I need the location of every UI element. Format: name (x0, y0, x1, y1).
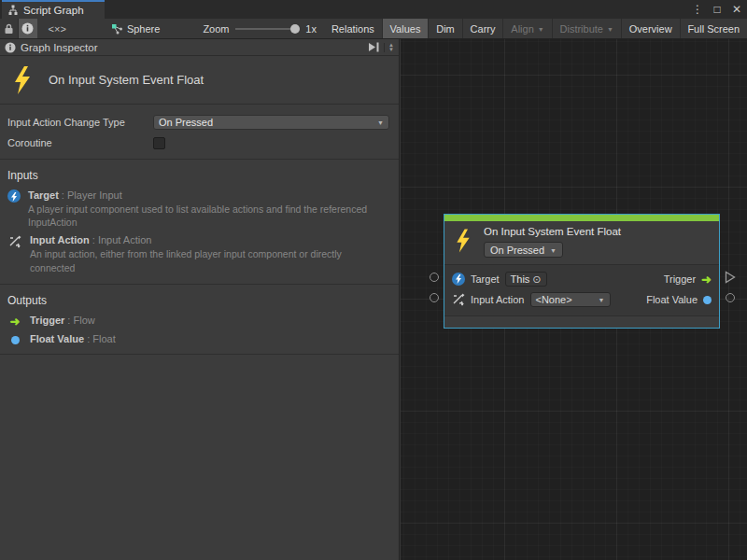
inspector-header: Graph Inspector ▲ ▼ (0, 39, 399, 56)
node-footer (444, 315, 719, 328)
float-dot-icon (703, 296, 712, 304)
toolbar-button-relations[interactable]: Relations (324, 19, 382, 38)
float-dot-icon (7, 333, 22, 344)
titlebar: Script Graph ⋮ □ ✕ (0, 0, 747, 19)
node-input-port-target[interactable] (430, 273, 439, 282)
lock-icon (4, 23, 14, 35)
info-icon (21, 22, 34, 35)
port-type: : Player Input (59, 189, 122, 201)
port-type: : Input Action (90, 234, 152, 245)
node-row-input-action: Input Action <None> ▼ Float Value (452, 289, 712, 310)
node-output-port-trigger[interactable] (725, 271, 736, 284)
script-graph-window: { "titlebar": { "tab_label": "Script Gra… (0, 0, 747, 560)
inspector-node-title: On Input System Event Float (49, 73, 204, 87)
player-input-icon (452, 273, 465, 286)
window-controls: ⋮ □ ✕ (691, 0, 743, 19)
window-menu-icon[interactable]: ⋮ (691, 0, 704, 19)
node-output-port-float-value[interactable] (726, 293, 735, 302)
graph-name-label: Sphere (127, 23, 160, 35)
scroll-spinner[interactable]: ▲ ▼ (384, 43, 394, 52)
change-type-dropdown[interactable]: On Pressed ▼ (153, 115, 389, 130)
node-input-port-input-action[interactable] (430, 293, 439, 302)
float-value-label: Float Value (646, 294, 698, 305)
input-port-target: Target : Player Input A player input com… (0, 188, 399, 232)
toolbar-button-dim[interactable]: Dim (429, 19, 462, 38)
toolbar-button-carry[interactable]: Carry (463, 19, 503, 38)
port-name: Input Action (30, 234, 90, 245)
inspector-header-title: Graph Inspector (21, 42, 97, 53)
coroutine-checkbox[interactable] (153, 137, 165, 149)
player-input-icon (7, 189, 21, 203)
spinner-down-icon[interactable]: ▼ (388, 48, 394, 52)
output-port-trigger: ➜ Trigger : Flow (0, 313, 399, 331)
toolbar-button-overview[interactable]: Overview (622, 19, 680, 38)
window-close-icon[interactable]: ✕ (730, 0, 743, 19)
inspector-toggle-button[interactable] (19, 19, 36, 38)
input-port-input-action: Input Action : Input Action An input act… (0, 232, 399, 277)
toolbar-button-values[interactable]: Values (383, 19, 429, 38)
zoom-label: Zoom (195, 19, 229, 38)
code-view-button[interactable]: <×> (49, 19, 66, 38)
node-header[interactable]: On Input System Event Float On Pressed ▼ (444, 221, 719, 265)
input-action-icon (7, 234, 22, 248)
outputs-heading: Outputs (0, 290, 399, 313)
caret-down-icon: ▼ (599, 296, 605, 303)
flow-arrow-icon: ➜ (701, 273, 712, 286)
window-maximize-icon[interactable]: □ (711, 0, 724, 19)
input-action-icon (452, 293, 465, 306)
on-input-system-event-float-node[interactable]: On Input System Event Float On Pressed ▼… (444, 214, 720, 329)
input-action-label: Input Action (471, 294, 525, 305)
node-summary: On Input System Event Float (0, 56, 399, 105)
script-graph-icon (7, 5, 19, 16)
graph-breadcrumb[interactable]: Sphere (104, 19, 167, 38)
lightning-icon (11, 65, 34, 95)
port-type: : Flow (64, 315, 94, 326)
output-port-float-value: Float Value : Float (0, 331, 399, 348)
divider (0, 284, 399, 285)
change-type-label: Input Action Change Type (7, 117, 153, 128)
divider (0, 354, 399, 355)
flow-arrow-icon: ➜ (7, 315, 22, 328)
tab-script-graph[interactable]: Script Graph (2, 0, 105, 19)
port-name: Trigger (30, 315, 64, 326)
dock-inspector-icon[interactable] (368, 42, 380, 52)
tab-label: Script Graph (23, 5, 84, 16)
node-title: On Input System Event Float (484, 226, 621, 237)
port-description: An input action, either from the linked … (30, 247, 385, 273)
graph-inspector-panel: Graph Inspector ▲ ▼ On Input System Even… (0, 39, 400, 560)
coroutine-label: Coroutine (7, 137, 153, 148)
toolbar-button-align[interactable]: Align ▼ (503, 19, 551, 38)
node-body: Target This ⊙ Trigger ➜ (444, 265, 719, 315)
zoom-value: 1x (303, 19, 324, 38)
inputs-heading: Inputs (0, 165, 399, 188)
target-label: Target (471, 273, 500, 285)
port-type: : Float (84, 333, 116, 344)
zoom-slider-handle[interactable] (290, 24, 300, 34)
info-icon (5, 42, 16, 53)
node-row-target: Target This ⊙ Trigger ➜ (452, 269, 712, 289)
toolbar-button-fullscreen[interactable]: Full Screen (680, 19, 747, 38)
object-picker-icon: ⊙ (532, 274, 541, 285)
target-this-button[interactable]: This ⊙ (505, 272, 547, 287)
toolbar-button-distribute[interactable]: Distribute ▼ (553, 19, 621, 38)
caret-down-icon: ▼ (550, 246, 557, 254)
lightning-icon (454, 226, 472, 258)
toolbar: <×> Sphere Zoom 1x Relations Values Dim … (0, 19, 747, 39)
change-type-row: Input Action Change Type On Pressed ▼ (0, 112, 399, 133)
trigger-label: Trigger (664, 273, 696, 285)
node-mode-dropdown[interactable]: On Pressed ▼ (484, 242, 563, 258)
caret-down-icon: ▼ (377, 119, 384, 126)
node-event-color-bar (444, 215, 719, 221)
lock-button[interactable] (0, 19, 18, 38)
graph-canvas[interactable]: On Input System Event Float On Pressed ▼… (401, 39, 747, 560)
code-icon: <×> (49, 23, 66, 35)
port-name: Target (28, 189, 59, 201)
input-action-dropdown[interactable]: <None> ▼ (530, 292, 611, 307)
divider (0, 159, 399, 160)
port-name: Float Value (30, 333, 84, 344)
zoom-slider[interactable] (235, 28, 299, 30)
caret-down-icon: ▼ (607, 25, 613, 33)
coroutine-row: Coroutine (0, 133, 399, 153)
graph-asset-icon (111, 23, 123, 35)
port-description: A player input component used to list av… (28, 203, 383, 229)
